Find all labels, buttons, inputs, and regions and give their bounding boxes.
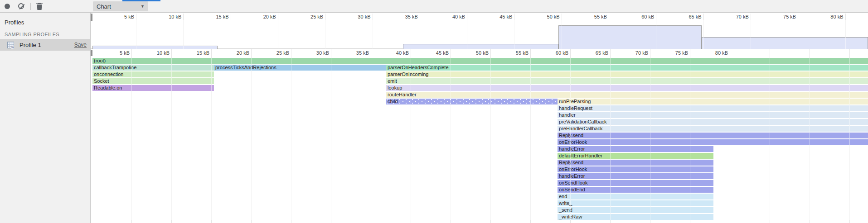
flame-tick-label: 80 kB: [715, 50, 728, 56]
flame-bar[interactable]: onconnection: [92, 71, 214, 77]
gridline-overlay: [331, 58, 331, 220]
flame-bar[interactable]: preValidationCallback: [558, 119, 868, 125]
gridline-overlay: [703, 20, 704, 49]
profile-name: Profile 1: [19, 42, 74, 48]
gridline-overlay: [373, 20, 373, 49]
gridline-overlay: [171, 58, 172, 220]
flame-chart-panel: 5 kB10 kB15 kB20 kB25 kB30 kB35 kB40 kB4…: [91, 13, 868, 223]
flame-bar[interactable]: handler: [558, 112, 868, 118]
flame-bar[interactable]: child: [386, 99, 558, 104]
overview-tick-label: 20 kB: [263, 14, 276, 19]
gridline-overlay: [251, 58, 252, 220]
flame-bar[interactable]: lookup: [386, 85, 868, 91]
flame-tick-label: 60 kB: [556, 50, 568, 56]
gridline-overlay: [211, 58, 212, 220]
flame-bar[interactable]: (root): [92, 58, 868, 64]
overview-tick-label: 35 kB: [405, 14, 418, 19]
sampling-profiles-heading: SAMPLING PROFILES: [5, 32, 59, 37]
toolbar-left-group: [0, 0, 91, 12]
gridline-overlay: [609, 20, 609, 49]
flame-tick-label: 30 kB: [316, 50, 329, 56]
flame-tick-label: 40 kB: [396, 50, 409, 56]
overview-left-grip[interactable]: [91, 14, 92, 21]
flame-bar[interactable]: preHandlerCallback: [558, 126, 868, 132]
sidebar-title: Profiles: [5, 19, 24, 26]
flame-tick-label: 75 kB: [675, 50, 688, 56]
gridline-overlay: [514, 20, 514, 49]
gridline-overlay: [278, 20, 278, 49]
flame-tick-label: 25 kB: [276, 50, 289, 56]
flame-tick-label: 50 kB: [476, 50, 489, 56]
flame-bar[interactable]: parserOnIncoming: [386, 71, 868, 77]
gridline-overlay: [570, 58, 571, 220]
flame-bar[interactable]: callbackTrampoline: [92, 65, 214, 71]
flame-bar[interactable]: Readable.on: [92, 85, 214, 91]
overview-tick-label: 50 kB: [547, 14, 560, 19]
gridline-overlay: [656, 20, 656, 49]
save-link[interactable]: Save: [74, 42, 87, 48]
gridline-overlay: [530, 58, 531, 220]
gridline-overlay: [490, 58, 491, 220]
gridline-overlay: [411, 58, 411, 220]
flame-bar[interactable]: onErrorHook: [558, 139, 868, 145]
overview-step: [702, 37, 868, 49]
gridline-overlay: [371, 58, 371, 220]
gridline-overlay: [183, 20, 184, 49]
gridline-overlay: [610, 58, 611, 220]
flame-tick-label: 55 kB: [516, 50, 529, 56]
gridline-overlay: [451, 58, 451, 220]
flame-tick-label: 35 kB: [356, 50, 369, 56]
flame-bar[interactable]: runPreParsing: [558, 99, 868, 104]
overview-step: [92, 46, 218, 49]
gridline-overlay: [770, 58, 770, 220]
gridline-overlay: [562, 20, 562, 49]
flame-tick-label: 5 kB: [120, 50, 130, 56]
overview-tick-label: 60 kB: [641, 14, 654, 19]
flame-left-grip[interactable]: [91, 50, 92, 56]
flame-bar[interactable]: handleRequest: [558, 105, 868, 111]
overview-tick-label: 45 kB: [499, 14, 512, 19]
profiles-sidebar: Profiles SAMPLING PROFILES Profile 1 Sav…: [0, 13, 91, 223]
chart-view-select[interactable]: Chart ▼: [93, 1, 148, 11]
record-icon[interactable]: [5, 4, 10, 9]
gridline-overlay: [231, 20, 231, 49]
flame-bar[interactable]: emit: [386, 78, 868, 84]
gridline-overlay: [131, 58, 132, 220]
profiler-toolbar: Chart ▼: [0, 0, 868, 13]
gridline-overlay: [810, 58, 810, 220]
overview-step: [403, 44, 558, 49]
overview-tick-label: 15 kB: [216, 14, 228, 19]
flame-tick-label: 45 kB: [436, 50, 449, 56]
gridline-overlay: [690, 58, 690, 220]
gridline-overlay: [136, 20, 136, 49]
flame-bar[interactable]: Socket: [92, 78, 214, 84]
gridline-overlay: [650, 58, 650, 220]
sidebar-item-profile-1[interactable]: Profile 1 Save: [0, 39, 90, 51]
overview-tick-label: 75 kB: [783, 14, 796, 19]
overview-tick-label: 40 kB: [452, 14, 465, 19]
gridline-overlay: [291, 58, 291, 220]
gridline-overlay: [849, 58, 850, 220]
profile-icon: [7, 42, 14, 48]
flame-tick-label: 15 kB: [197, 50, 209, 56]
gridline-overlay: [420, 20, 420, 49]
flame-bar[interactable]: parserOnHeadersComplete: [386, 65, 868, 71]
gridline-overlay: [467, 20, 467, 49]
flame-bar[interactable]: processTicksAndRejections: [214, 65, 386, 71]
gridline-overlay: [751, 20, 751, 49]
gridline-overlay: [730, 58, 730, 220]
overview-tick-label: 55 kB: [594, 14, 607, 19]
memory-profiler-panel: Chart ▼ Profiles SAMPLING PROFILES Profi…: [0, 0, 868, 223]
flame-tick-label: 70 kB: [635, 50, 648, 56]
flame-tick-label: 65 kB: [596, 50, 608, 56]
flame-bar[interactable]: routeHandler: [386, 92, 868, 98]
flame-bar[interactable]: Reply.send: [558, 133, 868, 138]
trash-icon[interactable]: [36, 3, 43, 10]
overview-tick-label: 5 kB: [124, 14, 134, 19]
overview-tick-label: 80 kB: [830, 14, 843, 19]
gridline-overlay: [798, 20, 798, 49]
flame-tick-label: 10 kB: [157, 50, 170, 56]
clear-icon[interactable]: [18, 3, 24, 9]
chevron-down-icon: ▼: [141, 4, 148, 9]
chart-view-select-value: Chart: [93, 3, 141, 10]
